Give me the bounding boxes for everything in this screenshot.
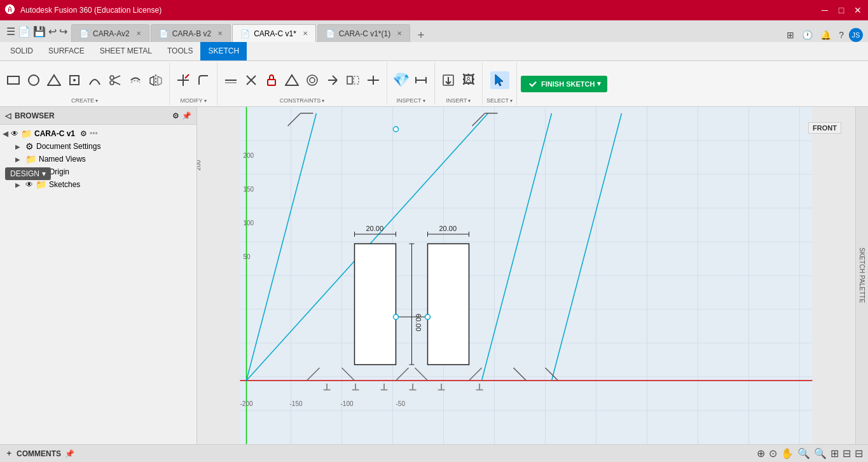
tool-insert-image[interactable]: 🖼: [459, 71, 478, 89]
tool-concentric[interactable]: [303, 71, 322, 89]
tool-group-inspect: 💎 INSPECT ▾: [387, 62, 435, 105]
tool-midpoint[interactable]: [364, 71, 383, 89]
browser-item-root[interactable]: ◀ 👁 📁 CARA-C v1 ⚙ •••: [0, 127, 196, 140]
tool-dimension[interactable]: [411, 71, 431, 89]
tab-close[interactable]: ✕: [397, 30, 402, 37]
tool-fillet[interactable]: [194, 71, 213, 89]
tool-coincident[interactable]: [221, 71, 240, 89]
tool-offset[interactable]: [126, 71, 145, 89]
tool-circle[interactable]: [24, 71, 43, 89]
insert-arrow[interactable]: ▾: [468, 98, 471, 104]
ribbon-tab-surface[interactable]: SURFACE: [41, 42, 92, 60]
tool-rectangle[interactable]: [4, 71, 23, 89]
minimize-btn[interactable]: ─: [820, 5, 830, 15]
browser-settings-icon[interactable]: ⚙: [172, 111, 179, 120]
select-tools: [490, 64, 509, 96]
tab-cara-av2[interactable]: 📄 CARA-Av2 ✕: [71, 24, 149, 42]
bell-icon[interactable]: 🔔: [818, 29, 834, 41]
browser-collapse-icon[interactable]: ◁: [5, 111, 11, 120]
tool-triangle[interactable]: [45, 71, 64, 89]
finish-arrow[interactable]: ▾: [597, 80, 601, 88]
tool-point[interactable]: [65, 71, 84, 89]
tab-close[interactable]: ✕: [136, 30, 141, 37]
new-tab-btn[interactable]: ＋: [411, 27, 431, 42]
sketch-palette[interactable]: SKETCH PALETTE: [855, 107, 868, 444]
save-btn[interactable]: 💾: [33, 25, 46, 38]
constraints-arrow[interactable]: ▾: [322, 98, 324, 104]
tab-icon: 📄: [79, 29, 89, 38]
display-btn[interactable]: ⊟: [843, 447, 851, 459]
inspect-arrow[interactable]: ▾: [423, 98, 425, 104]
ribbon-tab-sheetmetal[interactable]: SHEET METAL: [92, 42, 160, 60]
undo-btn[interactable]: ↩: [48, 25, 57, 38]
modify-arrow[interactable]: ▾: [204, 98, 207, 104]
canvas-area[interactable]: 200 200 150 100 50 20.00: [197, 107, 855, 444]
svg-text:⊥: ⊥: [437, 382, 445, 392]
tab-cara-cv1[interactable]: 📄 CARA-C v1* ✕: [232, 24, 316, 42]
redo-btn[interactable]: ↪: [59, 25, 67, 38]
comments-expand-icon[interactable]: 📌: [65, 449, 74, 458]
user-avatar[interactable]: JS: [849, 28, 863, 42]
close-btn[interactable]: ✕: [853, 5, 863, 15]
tool-trim[interactable]: [174, 71, 193, 89]
svg-line-24: [333, 76, 337, 80]
tool-scissors[interactable]: [106, 71, 125, 89]
tool-select-cursor[interactable]: [490, 71, 509, 89]
select-arrow[interactable]: ▾: [510, 98, 513, 104]
tool-collinear[interactable]: [242, 71, 261, 89]
ribbon-tab-solid[interactable]: SOLID: [3, 42, 41, 60]
tab-cara-bv2[interactable]: 📄 CARA-B v2 ✕: [151, 24, 231, 42]
tool-insert-dxf[interactable]: [439, 71, 458, 89]
svg-text:200: 200: [197, 160, 202, 171]
hand-btn[interactable]: ✋: [781, 447, 794, 459]
comments-plus-icon[interactable]: ＋: [5, 448, 13, 459]
more-btn[interactable]: ⊟: [855, 447, 863, 459]
pan-btn[interactable]: ⊙: [769, 447, 777, 459]
tab-close[interactable]: ✕: [217, 30, 223, 37]
grid-icon[interactable]: ⊞: [784, 29, 797, 41]
orbit-btn[interactable]: ⊕: [757, 447, 765, 459]
tool-arc[interactable]: [85, 71, 104, 89]
tool-mirror[interactable]: [146, 71, 165, 89]
root-more-icon[interactable]: •••: [90, 129, 98, 138]
browser-item-sketches[interactable]: ▶ 👁 📁 Sketches: [0, 178, 196, 191]
zoom-fit-btn[interactable]: 🔍: [814, 447, 827, 459]
help-icon[interactable]: ?: [836, 29, 846, 41]
ribbon-tab-tools[interactable]: TOOLS: [160, 42, 200, 60]
ribbon-tab-sketch[interactable]: SKETCH: [200, 42, 247, 60]
app-menu-btn[interactable]: ☰: [6, 25, 15, 38]
tool-lock[interactable]: [262, 71, 281, 89]
tool-fix[interactable]: [323, 71, 342, 89]
tool-equal[interactable]: [282, 71, 301, 89]
browser-collapse-all[interactable]: ◀: [3, 129, 8, 138]
tool-group-select: SELECT ▾: [483, 62, 517, 105]
clock-icon[interactable]: 🕐: [799, 29, 815, 41]
grid-btn[interactable]: ⊞: [830, 447, 839, 459]
tool-symmetry[interactable]: [343, 71, 362, 89]
sketches-eye-icon[interactable]: 👁: [25, 180, 33, 189]
svg-text:20.00: 20.00: [439, 225, 457, 232]
inspect-label: INSPECT ▾: [396, 97, 425, 104]
root-eye-icon[interactable]: 👁: [11, 129, 18, 138]
finish-sketch-btn[interactable]: FINISH SKETCH ▾: [521, 76, 607, 92]
zoom-in-btn[interactable]: 🔍: [797, 447, 810, 459]
ribbon-right: ⊞ 🕐 🔔 ? JS: [784, 28, 868, 42]
svg-point-105: [394, 127, 399, 132]
tab-close[interactable]: ✕: [303, 30, 308, 37]
design-button[interactable]: DESIGN ▾: [5, 167, 51, 180]
browser-item-named-views[interactable]: ▶ 📁 Named Views: [0, 153, 196, 165]
maximize-btn[interactable]: □: [836, 5, 846, 15]
doc-settings-arrow[interactable]: ▶: [15, 143, 23, 150]
browser-item-doc-settings[interactable]: ▶ ⚙ Document Settings: [0, 140, 196, 153]
named-views-arrow[interactable]: ▶: [15, 156, 23, 163]
main-layout: ◁ BROWSER ⚙ 📌 ◀ 👁 📁 CARA-C v1 ⚙ ••• ▶ ⚙: [0, 107, 868, 444]
svg-text:-100: -100: [341, 400, 354, 407]
sketches-arrow[interactable]: ▶: [15, 181, 23, 188]
create-label: CREATE ▾: [71, 97, 98, 104]
tool-measure[interactable]: 💎: [391, 71, 410, 89]
browser-pin-icon[interactable]: 📌: [182, 111, 191, 120]
new-btn[interactable]: 📄: [18, 25, 31, 38]
root-settings-icon[interactable]: ⚙: [80, 129, 87, 138]
tab-cara-cv1-1[interactable]: 📄 CARA-C v1*(1) ✕: [317, 24, 410, 42]
create-arrow[interactable]: ▾: [95, 98, 98, 104]
